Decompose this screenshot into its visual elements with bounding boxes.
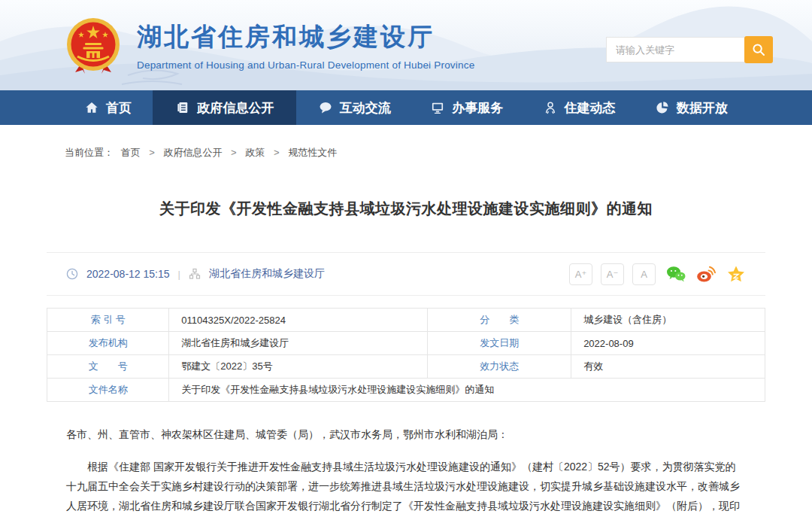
doc-category-value: 城乡建设（含住房） [571,309,765,332]
doc-number-value: 鄂建文〔2022〕35号 [169,355,428,379]
font-reset-button[interactable]: A [632,263,656,285]
national-emblem-logo [65,17,122,74]
site-title: 湖北省住房和城乡建设厅 [137,20,474,54]
breadcrumb-label: 当前位置： [65,147,114,158]
pie-chart-icon [655,100,670,115]
nav-item-interaction[interactable]: 互动交流 [300,90,409,125]
main-content: 当前位置： 首页 > 政府信息公开 > 政策 > 规范性文件 关于印发《开发性金… [47,146,765,520]
weibo-share-icon[interactable] [696,265,716,283]
breadcrumb-item-normative-docs[interactable]: 规范性文件 [288,147,337,158]
site-subtitle: Department of Housing and Urban-Rural De… [137,59,474,71]
breadcrumb-item-policy[interactable]: 政策 [245,147,265,158]
search-input[interactable] [606,37,744,62]
clock-icon [66,268,78,280]
publish-time: 2022-08-12 15:15 [86,268,170,280]
monitor-icon [430,100,445,115]
sitemap-icon [189,268,201,280]
main-nav: 首页 政府信息公开 互动交流 [0,90,812,125]
article-meta-left: 2022-08-12 15:15 | 湖北省住房和城乡建设厅 [66,267,325,281]
breadcrumb: 当前位置： 首页 > 政府信息公开 > 政策 > 规范性文件 [47,146,765,160]
table-row: 索 引 号 01104325X/2022-25824 分 类 城乡建设（含住房） [47,309,765,332]
nav-item-label: 住建动态 [565,99,616,117]
doc-file-name-label: 文件名称 [47,379,169,402]
breadcrumb-item-gov-info[interactable]: 政府信息公开 [163,147,222,158]
site-header: 湖北省住房和城乡建设厅 Department of Housing and Ur… [0,0,812,90]
doc-agency-label: 发布机构 [47,332,169,355]
body-paragraph: 根据《住建部 国家开发银行关于推进开发性金融支持县域生活垃圾污水处理设施建设的通… [66,457,746,520]
person-icon [543,100,558,115]
salutation-paragraph: 各市、州、直管市、神农架林区住建局、城管委（局），武汉市水务局，鄂州市水利和湖泊… [66,424,746,444]
doc-index-label: 索 引 号 [47,309,169,332]
doc-number-label: 文 号 [47,355,169,379]
nav-item-label: 数据开放 [677,99,728,117]
nav-item-label: 政府信息公开 [197,99,274,117]
doc-index-value: 01104325X/2022-25824 [169,309,428,332]
qzone-share-icon[interactable] [726,265,746,283]
breadcrumb-item-home[interactable]: 首页 [121,147,141,158]
doc-issue-date-label: 发文日期 [428,332,571,355]
brand-text: 湖北省住房和城乡建设厅 Department of Housing and Ur… [137,20,474,71]
article-source: 湖北省住房和城乡建设厅 [209,267,325,281]
doc-validity-label: 效力状态 [428,355,571,379]
wechat-share-icon[interactable] [666,265,686,283]
site-logo-home-link[interactable]: 湖北省住房和城乡建设厅 Department of Housing and Ur… [65,17,474,74]
nav-item-label: 互动交流 [340,99,391,117]
nav-item-services[interactable]: 办事服务 [412,90,521,125]
table-row: 文件名称 关于印发《开发性金融支持县域垃圾污水处理设施建设实施细则》的通知 [47,379,765,402]
search-box [606,36,773,63]
nav-item-home[interactable]: 首页 [66,90,150,125]
table-row: 发布机构 湖北省住房和城乡建设厅 发文日期 2022-08-09 [47,332,765,355]
search-button[interactable] [744,36,773,63]
nav-item-open-data[interactable]: 数据开放 [637,90,746,125]
doc-validity-value: 有效 [571,355,765,379]
doc-issue-date-value: 2022-08-09 [571,332,765,355]
font-increase-button[interactable]: A⁺ [569,263,592,285]
doc-file-name-value: 关于印发《开发性金融支持县域垃圾污水处理设施建设实施细则》的通知 [169,379,765,402]
font-decrease-button[interactable]: A⁻ [601,263,624,285]
doc-category-label: 分 类 [428,309,571,332]
nav-item-label: 首页 [106,99,132,117]
breadcrumb-separator: > [231,147,237,158]
article-body: 各市、州、直管市、神农架林区住建局、城管委（局），武汉市水务局，鄂州市水利和湖泊… [66,424,746,520]
table-row: 文 号 鄂建文〔2022〕35号 效力状态 有效 [47,355,765,379]
article-meta-bar: 2022-08-12 15:15 | 湖北省住房和城乡建设厅 A⁺ A⁻ A [47,252,765,296]
nav-item-label: 办事服务 [452,99,503,117]
doc-info-table: 索 引 号 01104325X/2022-25824 分 类 城乡建设（含住房）… [47,308,765,402]
breadcrumb-separator: > [274,147,280,158]
breadcrumb-separator: > [149,147,155,158]
meta-divider: | [178,269,180,280]
magnifier-icon [752,43,765,56]
document-icon [175,100,190,115]
chat-icon [318,100,333,115]
nav-item-gov-info[interactable]: 政府信息公开 [153,90,296,125]
doc-agency-value: 湖北省住房和城乡建设厅 [169,332,428,355]
nav-item-news[interactable]: 住建动态 [525,90,634,125]
home-icon [84,100,99,115]
page-title: 关于印发《开发性金融支持县域垃圾污水处理设施建设实施细则》的通知 [47,199,765,219]
article-meta-right: A⁺ A⁻ A [569,263,746,285]
